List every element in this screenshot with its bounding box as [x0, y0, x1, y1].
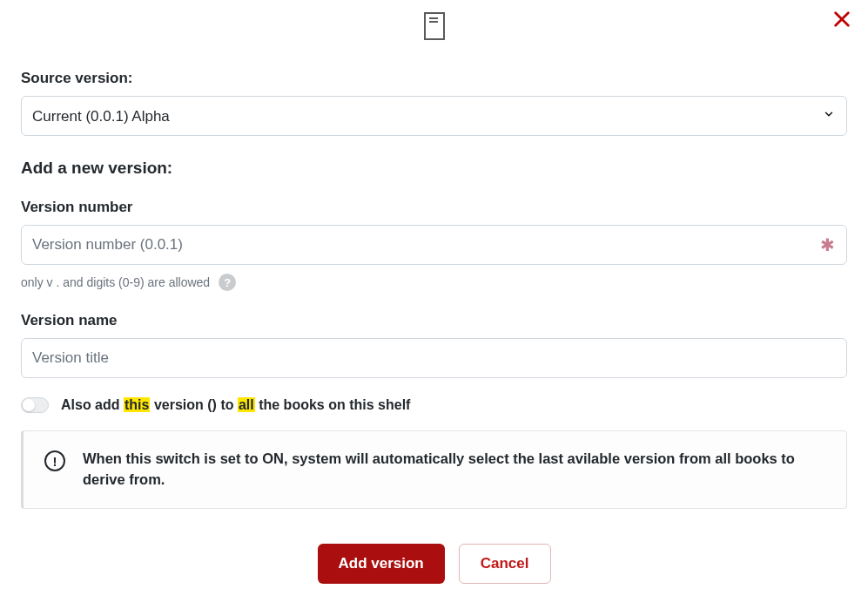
source-version-label: Source version: — [21, 70, 847, 87]
source-version-select[interactable]: Current (0.0.1) Alpha — [21, 96, 847, 136]
info-icon: ! — [44, 450, 65, 471]
add-version-button[interactable]: Add version — [318, 544, 445, 584]
help-icon[interactable]: ? — [219, 274, 236, 291]
close-icon — [832, 10, 851, 29]
cancel-button[interactable]: Cancel — [459, 544, 551, 584]
version-number-label: Version number — [21, 199, 847, 216]
version-name-input[interactable] — [21, 338, 847, 378]
version-number-helper: only v . and digits (0-9) are allowed — [21, 275, 210, 289]
add-new-version-heading: Add a new version: — [21, 159, 847, 178]
document-icon — [424, 12, 445, 40]
close-button[interactable] — [830, 7, 854, 31]
info-text: When this switch is set to ON, system wi… — [83, 449, 825, 491]
apply-to-all-label: Also add this version () to all the book… — [61, 397, 410, 413]
apply-to-all-toggle[interactable] — [21, 397, 49, 413]
info-panel: ! When this switch is set to ON, system … — [21, 430, 847, 509]
required-asterisk-icon: ✱ — [820, 234, 835, 255]
version-name-label: Version name — [21, 312, 847, 329]
version-number-input[interactable] — [21, 225, 847, 265]
